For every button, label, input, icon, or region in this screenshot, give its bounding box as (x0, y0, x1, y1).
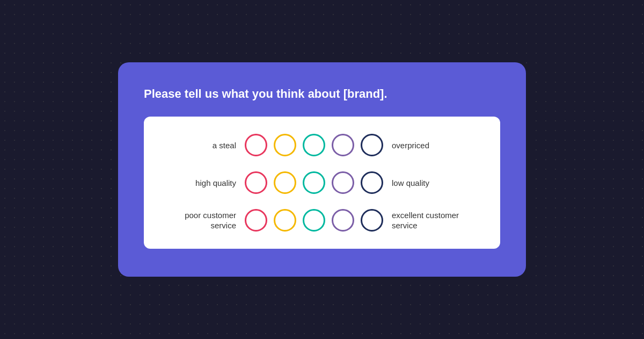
circle-quality-2[interactable] (274, 171, 296, 194)
survey-row: a steal overpriced (163, 134, 481, 156)
circle-service-4[interactable] (332, 209, 354, 232)
circle-steal-4[interactable] (332, 134, 354, 156)
circle-service-1[interactable] (245, 209, 267, 232)
label-left-steal: a steal (175, 140, 245, 151)
card-title: Please tell us what you think about [bra… (144, 86, 500, 102)
circles-group-service (245, 209, 383, 232)
circle-quality-4[interactable] (332, 171, 354, 194)
circle-steal-5[interactable] (361, 134, 383, 156)
circle-quality-3[interactable] (303, 171, 325, 194)
label-right-overpriced: overpriced (383, 140, 469, 151)
circle-service-5[interactable] (361, 209, 383, 232)
circle-quality-5[interactable] (361, 171, 383, 194)
circle-steal-1[interactable] (245, 134, 267, 156)
label-right-low-quality: low quality (383, 178, 469, 189)
circle-steal-3[interactable] (303, 134, 325, 156)
survey-card: Please tell us what you think about [bra… (118, 62, 526, 277)
label-left-poor-service: poor customer service (175, 210, 245, 231)
label-right-excellent-service: excellent customer service (383, 210, 469, 231)
survey-row: poor customer service excellent customer… (163, 209, 481, 232)
circle-service-3[interactable] (303, 209, 325, 232)
label-left-high-quality: high quality (175, 178, 245, 189)
survey-box: a steal overpriced high quality low qual… (144, 117, 500, 249)
survey-row: high quality low quality (163, 171, 481, 194)
circle-steal-2[interactable] (274, 134, 296, 156)
circle-service-2[interactable] (274, 209, 296, 232)
circle-quality-1[interactable] (245, 171, 267, 194)
circles-group-quality (245, 171, 383, 194)
circles-group-steal (245, 134, 383, 156)
